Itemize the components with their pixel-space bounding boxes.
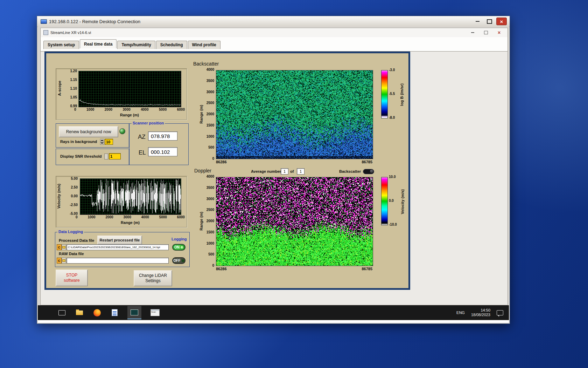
az-label: AZ [138, 134, 146, 141]
app-minimize-button[interactable] [468, 29, 477, 36]
task-view-icon[interactable] [57, 307, 66, 318]
backscatter-toggle[interactable] [363, 169, 374, 174]
average-number-label: Average number [251, 169, 281, 173]
velocity-xtick: 5000 [159, 216, 167, 219]
backscatter-ytick: 0 [212, 157, 214, 161]
backscatter-title: Backscatter [193, 61, 219, 67]
backscatter-ytick: 500 [208, 146, 214, 149]
stop-software-button[interactable]: STOPsoftware [56, 270, 88, 286]
doppler-canvas [216, 177, 373, 266]
rays-in-background-label: Rays in background [60, 139, 97, 144]
taskbar: Scan ENG 14:50 18/08/2023 [38, 305, 509, 320]
velocity-y-axis-label: Velocity (m/s) [57, 184, 61, 209]
doppler-ytick: 1500 [206, 231, 214, 234]
ascope-xtick: 5000 [159, 108, 167, 111]
ascope-graph: A-scope 1.20 1.15 1.10 1.05 0.99 0 10 [56, 68, 187, 120]
clock[interactable]: 14:50 18/08/2023 [471, 308, 490, 317]
doppler-ytick: 2000 [206, 219, 214, 223]
doppler-title: Doppler [194, 168, 211, 173]
processed-path-type-button[interactable]: C [57, 244, 62, 250]
average-number-field[interactable]: 1 [281, 168, 288, 175]
restart-processed-file-button[interactable]: Restart processed file [97, 236, 142, 245]
velocity-plot-canvas [80, 178, 181, 215]
raw-path-browse-button[interactable] [62, 258, 66, 264]
el-field[interactable]: 000.102 [148, 147, 177, 156]
snr-threshold-box: Display SNR threshold 1 [56, 149, 129, 165]
velocity-xtick: 4000 [141, 216, 149, 219]
backscatter-ytick: 3000 [206, 90, 214, 94]
backscatter-cbar-tick: -5.5 [389, 92, 395, 96]
backscatter-colorbar [381, 70, 388, 118]
tab-real-time-data[interactable]: Real time data [80, 39, 117, 48]
average-of-field[interactable]: 1 [297, 168, 304, 175]
tab-scheduling[interactable]: Scheduling [156, 41, 187, 49]
ascope-plot-canvas [78, 71, 181, 107]
az-field[interactable]: 078.978 [148, 131, 177, 141]
raw-path-type-button[interactable]: C [57, 258, 62, 264]
snr-threshold-label: Display SNR threshold [60, 154, 102, 158]
tab-system-setup[interactable]: System setup [43, 41, 79, 49]
rdp-close-button[interactable]: × [496, 18, 507, 25]
rdp-window-title: 192.168.0.122 - Remote Desktop Connectio… [49, 19, 140, 24]
raw-logging-off-button[interactable]: OFF [172, 257, 186, 264]
velocity-xtick: 0 [76, 216, 78, 219]
ascope-xtick: 0 [74, 108, 76, 111]
streamline-app-icon [131, 309, 138, 315]
velocity-xtick: 6000 [177, 216, 185, 219]
background-controls-box: Renew background now Rays in background … [56, 123, 129, 148]
ascope-xtick: 6000 [177, 108, 185, 111]
rdp-maximize-button[interactable] [484, 18, 494, 25]
doppler-ytick: 0 [212, 264, 214, 267]
data-logging-title: Data Logging [57, 230, 84, 234]
doppler-colorbar-label: Velocity (m/s) [400, 189, 405, 214]
doppler-colorbar [381, 177, 388, 225]
tab-temp-humidity[interactable]: Temp/humidity [117, 41, 155, 49]
bottom-strip [38, 320, 509, 323]
doppler-ytick: 500 [208, 253, 214, 256]
clock-date: 18/08/2023 [471, 313, 490, 317]
rdp-monitor-icon [41, 19, 47, 24]
change-lidar-settings-button[interactable]: Change LiDARSettings [134, 270, 172, 286]
ascope-ytick: 1.10 [70, 87, 77, 90]
ascope-xtick: 3000 [123, 108, 131, 111]
backscatter-ytick: 2000 [206, 113, 214, 116]
doppler-ytick: 2500 [206, 208, 214, 212]
firefox-icon[interactable] [92, 307, 102, 318]
language-indicator[interactable]: ENG [456, 311, 465, 315]
processed-path-field[interactable]: C:\LiDAR\Data\Proc\2023\202308\20230818\… [66, 244, 169, 250]
backscatter-y-axis-label: Range (m) [199, 105, 203, 124]
snr-threshold-field[interactable]: 1 [109, 153, 121, 159]
front-panel: A-scope 1.20 1.15 1.10 1.05 0.99 0 10 [44, 52, 410, 290]
velocity-xtick: 3000 [124, 216, 131, 219]
document-app-icon[interactable] [110, 307, 119, 318]
el-label: EL [139, 149, 146, 156]
backscatter-x-start: 86286 [216, 160, 227, 164]
app-icon [43, 30, 48, 35]
app-restore-button[interactable] [481, 29, 491, 36]
scan-scheduler-icon[interactable]: Scan [150, 307, 160, 318]
file-explorer-icon[interactable] [75, 307, 84, 318]
ascope-xtick: 4000 [141, 108, 148, 111]
data-logging-box: Data Logging Processed Data file Restart… [55, 232, 190, 267]
tab-wind-profile[interactable]: Wind profile [188, 41, 220, 49]
ascope-ytick: 1.05 [70, 96, 77, 99]
processed-path-browse-button[interactable] [62, 244, 66, 250]
logging-label: Logging [172, 237, 187, 241]
backscatter-cbar-tick: -3.0 [389, 68, 395, 72]
renew-background-button[interactable]: Renew background now [59, 126, 118, 137]
velocity-ytick: -2.50 [70, 203, 78, 207]
processed-logging-on-button[interactable]: ON [172, 244, 186, 251]
rays-in-background-field[interactable]: 10 [105, 139, 113, 145]
remote-desktop: StreamLine XR v14-6.vi × System setup Re… [38, 27, 509, 323]
snr-spinner[interactable] [104, 154, 108, 159]
rdp-minimize-button[interactable] [472, 18, 482, 25]
doppler-x-start: 86286 [216, 267, 227, 271]
notification-center-icon[interactable] [497, 310, 503, 315]
active-app-taskbar-button[interactable] [127, 306, 141, 319]
rays-spinner[interactable] [100, 139, 104, 145]
raw-path-field[interactable] [66, 258, 169, 264]
backscatter-ytick: 2500 [206, 101, 214, 105]
average-of-label: of [290, 169, 294, 173]
doppler-ytick: 1000 [206, 242, 214, 245]
app-close-button[interactable]: × [494, 29, 504, 36]
